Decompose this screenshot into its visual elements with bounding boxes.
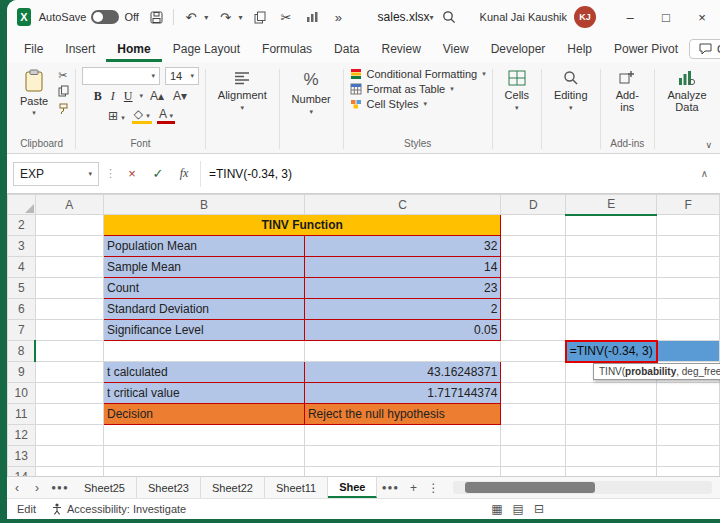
analyze-data-button[interactable]: Analyze Data [661,66,713,113]
all-sheets-icon[interactable]: ●●● [47,477,73,498]
fill-color-icon[interactable]: ◇ ▾ [132,109,152,124]
cell-A2[interactable] [35,215,103,236]
col-header-B[interactable]: B [103,195,304,215]
cancel-icon[interactable]: × [122,166,142,181]
cell-C5[interactable]: 23 [304,278,501,299]
cell-B8[interactable] [103,341,304,362]
undo-icon[interactable]: ↶ [182,5,200,29]
row-header-2[interactable]: 2 [8,215,36,236]
tab-help[interactable]: Help [556,37,603,62]
tab-insert[interactable]: Insert [54,37,106,62]
sheet-tab-sheet25[interactable]: Sheet25 [73,477,137,498]
new-sheet-icon[interactable]: + [403,477,423,498]
increase-font-button[interactable]: A▴ [148,89,166,103]
cell-B9[interactable]: t calculated [103,362,304,383]
cell-F12[interactable] [657,425,720,446]
comments-button[interactable]: Comments [689,39,720,59]
cell-C14[interactable] [304,467,501,477]
underline-dropdown-icon[interactable]: ▾ [140,92,144,100]
prev-sheet-icon[interactable]: ‹ [7,477,27,498]
tab-power-pivot[interactable]: Power Pivot [603,37,689,62]
cell-E11[interactable] [566,404,657,425]
account-button[interactable]: Kunal Jai Kaushik KJ [480,6,596,28]
cell-D4[interactable] [501,257,566,278]
cell-B12[interactable] [103,425,304,446]
underline-button[interactable]: U [122,89,135,104]
cell-E3[interactable] [566,236,657,257]
sheet-options-icon[interactable]: ⋮ [423,477,443,498]
name-box[interactable]: EXP ▾ [13,162,99,186]
tab-page-layout[interactable]: Page Layout [162,37,251,62]
sheet-tab-sheet23[interactable]: Sheet23 [137,477,201,498]
cell-C9[interactable]: 43.16248371 [304,362,501,383]
tab-formulas[interactable]: Formulas [251,37,323,62]
search-button[interactable] [442,10,456,24]
scrollbar-thumb[interactable] [465,482,595,493]
decrease-font-button[interactable]: A▾ [171,89,189,103]
row-header-3[interactable]: 3 [8,236,36,257]
cell-E10[interactable] [566,383,657,404]
paste-dropdown-icon[interactable]: ▾ [32,109,36,117]
redo-icon[interactable]: ↷ [216,5,234,29]
cell-D3[interactable] [501,236,566,257]
font-color-icon[interactable]: A ▾ [157,109,175,124]
document-title[interactable]: sales.xlsx ▾ [378,10,434,24]
col-header-F[interactable]: F [657,195,720,215]
cell-A10[interactable] [35,383,103,404]
cell-A5[interactable] [35,278,103,299]
cell-C7[interactable]: 0.05 [304,320,501,341]
cell-F13[interactable] [657,446,720,467]
collapse-ribbon-icon[interactable]: ∨ [705,140,712,150]
maximize-button[interactable]: □ [648,0,684,34]
cell-C12[interactable] [304,425,501,446]
cell-F8[interactable] [657,341,720,362]
cell-B14[interactable] [103,467,304,477]
cell-F5[interactable] [657,278,720,299]
cell-B2-title[interactable]: TINV Function [103,215,500,236]
cell-D14[interactable] [501,467,566,477]
col-header-D[interactable]: D [501,195,566,215]
chart-icon[interactable] [303,5,321,29]
cell-A6[interactable] [35,299,103,320]
expand-formula-bar-icon[interactable]: ∧ [695,168,714,179]
addins-button[interactable]: Add-ins [606,66,648,113]
cell-B5[interactable]: Count [103,278,304,299]
normal-view-icon[interactable]: ▦ [491,502,502,516]
sheet-tab-sheet22[interactable]: Sheet22 [201,477,265,498]
row-header-14[interactable]: 14 [8,467,36,477]
paste-button[interactable]: Paste ▾ [14,66,54,120]
cell-F14[interactable] [657,467,720,477]
cell-A12[interactable] [35,425,103,446]
cell-D13[interactable] [501,446,566,467]
cell-C13[interactable] [304,446,501,467]
cell-C4[interactable]: 14 [304,257,501,278]
sheet-tab-active[interactable]: Shee [328,477,377,498]
cell-E13[interactable] [566,446,657,467]
cell-D5[interactable] [501,278,566,299]
cell-B10[interactable]: t critical value [103,383,304,404]
cell-E12[interactable] [566,425,657,446]
cell-F7[interactable] [657,320,720,341]
page-break-view-icon[interactable]: ⊟ [534,502,544,516]
tab-data[interactable]: Data [323,37,370,62]
copy-icon[interactable] [58,85,69,99]
cell-B4[interactable]: Sample Mean [103,257,304,278]
select-all-corner[interactable] [8,195,36,215]
cell-F3[interactable] [657,236,720,257]
cut-icon[interactable]: ✂ [58,69,69,81]
cell-B11[interactable]: Decision [103,404,304,425]
cell-A9[interactable] [35,362,103,383]
next-sheet-icon[interactable]: › [27,477,47,498]
horizontal-scrollbar[interactable] [453,481,712,494]
cell-A13[interactable] [35,446,103,467]
cell-D2[interactable] [501,215,566,236]
borders-icon[interactable]: ⊞ ▾ [106,109,127,123]
redo-dropdown-icon[interactable]: ▾ [238,13,242,22]
row-header-10[interactable]: 10 [8,383,36,404]
more-commands-icon[interactable]: » [329,5,347,29]
row-header-6[interactable]: 6 [8,299,36,320]
close-button[interactable]: × [684,0,720,34]
autosave-toggle[interactable] [91,10,119,24]
cell-D7[interactable] [501,320,566,341]
cell-A4[interactable] [35,257,103,278]
